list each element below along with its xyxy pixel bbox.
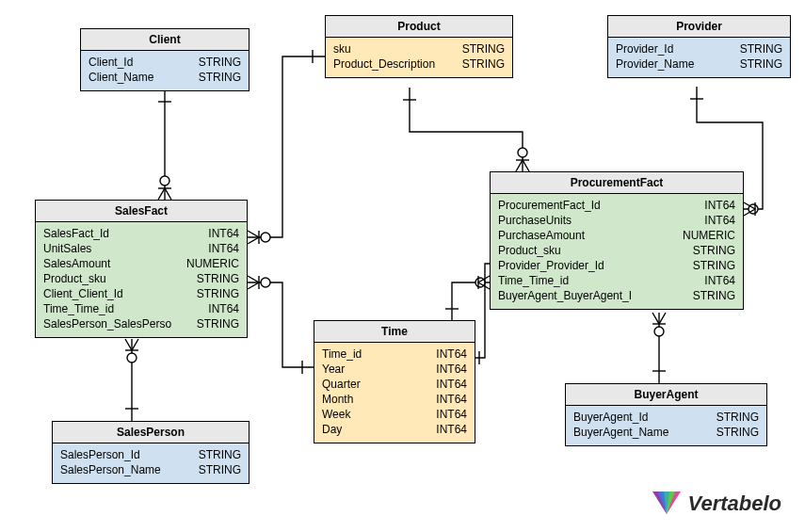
table-product[interactable]: Product sku STRING Product_Description S… [325,15,513,78]
column-type: STRING [693,288,735,303]
column-name: Time_id [322,347,371,362]
table-row: sku STRING [333,41,505,56]
column-name: Time_Time_id [498,273,578,288]
column-name: PurchaseUnits [498,213,581,228]
table-body: ProcurementFact_IdINT64 PurchaseUnitsINT… [491,194,743,309]
table-body: Provider_Id STRING Provider_Name STRING [608,38,790,77]
table-row: Product_skuSTRING [43,271,239,286]
svg-point-7 [475,278,485,287]
table-row: WeekINT64 [322,407,467,422]
column-name: Product_Description [333,56,444,72]
column-type: INT64 [208,226,239,241]
table-row: QuarterINT64 [322,377,467,392]
table-provider[interactable]: Provider Provider_Id STRING Provider_Nam… [607,15,791,78]
table-row: Time_idINT64 [322,347,467,362]
table-row: SalesFact_IdINT64 [43,226,239,241]
table-body: Client_Id STRING Client_Name STRING [81,51,249,90]
table-row: Product_skuSTRING [498,243,735,258]
column-name: Product_sku [43,271,116,286]
column-type: STRING [197,286,239,301]
vertabelo-logo-icon [651,490,683,518]
column-name: BuyerAgent_Name [573,425,678,440]
column-name: UnitSales [43,241,101,256]
table-row: Client_Id STRING [89,55,241,70]
svg-point-0 [160,176,169,185]
svg-point-5 [749,204,758,214]
column-type: INT64 [704,213,735,228]
table-body: sku STRING Product_Description STRING [326,38,512,77]
table-header: SalesPerson [53,422,249,443]
column-name: Provider_Id [616,41,683,56]
column-type: NUMERIC [186,256,239,271]
column-name: Provider_Name [616,56,703,72]
column-name: Client_Client_Id [43,286,133,301]
svg-point-2 [261,233,270,242]
column-type: STRING [693,258,735,273]
column-name: Provider_Provider_Id [498,258,614,273]
table-body: BuyerAgent_IdSTRING BuyerAgent_NameSTRIN… [566,406,766,445]
table-row: ProcurementFact_IdINT64 [498,198,735,213]
column-name: Day [322,422,351,437]
svg-point-3 [261,278,270,287]
column-name: Client_Name [89,70,163,85]
table-header: Time [314,321,475,343]
column-name: SalesPerson_SalesPerso [43,316,181,331]
svg-point-6 [654,327,664,336]
column-name: Quarter [322,377,370,392]
vertabelo-logo-text: Vertabelo [688,492,781,516]
column-name: Product_sku [498,243,571,258]
table-header: Product [326,16,512,38]
column-type: INT64 [436,422,467,437]
column-type: STRING [197,316,239,331]
table-buyeragent[interactable]: BuyerAgent BuyerAgent_IdSTRING BuyerAgen… [565,383,767,446]
column-name: Week [322,407,360,422]
column-type: STRING [716,410,759,425]
table-row: PurchaseUnitsINT64 [498,213,735,228]
column-type: STRING [462,56,505,72]
table-row: Time_Time_idINT64 [498,273,735,288]
table-client[interactable]: Client Client_Id STRING Client_Name STRI… [80,28,250,91]
table-row: Provider_Id STRING [616,41,782,56]
svg-point-1 [127,353,137,363]
column-type: INT64 [436,407,467,422]
column-type: STRING [199,462,241,477]
table-body: SalesFact_IdINT64 UnitSalesINT64 SalesAm… [36,222,247,337]
table-header: SalesFact [36,201,247,222]
column-type: STRING [740,41,782,56]
table-row: MonthINT64 [322,392,467,407]
column-name: ProcurementFact_Id [498,198,610,213]
column-name: PurchaseAmount [498,228,594,243]
column-name: BuyerAgent_Id [573,410,657,425]
column-name: sku [333,41,361,56]
table-salesfact[interactable]: SalesFact SalesFact_IdINT64 UnitSalesINT… [35,200,248,338]
column-type: INT64 [436,392,467,407]
table-header: ProcurementFact [491,172,743,194]
column-type: STRING [199,70,241,85]
table-salesperson[interactable]: SalesPerson SalesPerson_IdSTRING SalesPe… [52,421,250,484]
svg-point-4 [518,148,527,157]
table-procurementfact[interactable]: ProcurementFact ProcurementFact_IdINT64 … [490,171,744,310]
table-row: BuyerAgent_NameSTRING [573,425,759,440]
column-type: STRING [199,447,241,462]
column-type: STRING [462,41,505,56]
table-header: Client [81,29,249,51]
table-row: BuyerAgent_IdSTRING [573,410,759,425]
column-name: SalesFact_Id [43,226,119,241]
table-row: UnitSalesINT64 [43,241,239,256]
column-name: SalesPerson_Name [60,462,170,477]
column-type: INT64 [208,241,239,256]
table-row: Product_Description STRING [333,56,505,72]
table-row: BuyerAgent_BuyerAgent_ISTRING [498,288,735,303]
column-name: Time_Time_id [43,301,123,316]
table-row: PurchaseAmountNUMERIC [498,228,735,243]
table-row: SalesPerson_IdSTRING [60,447,241,462]
column-type: STRING [740,56,782,72]
table-time[interactable]: Time Time_idINT64 YearINT64 QuarterINT64… [314,320,475,443]
table-row: SalesPerson_SalesPersoSTRING [43,316,239,331]
table-row: Client_Name STRING [89,70,241,85]
column-name: Year [322,362,354,377]
column-type: STRING [693,243,735,258]
table-row: Provider_Provider_IdSTRING [498,258,735,273]
column-type: INT64 [436,377,467,392]
column-name: SalesAmount [43,256,120,271]
